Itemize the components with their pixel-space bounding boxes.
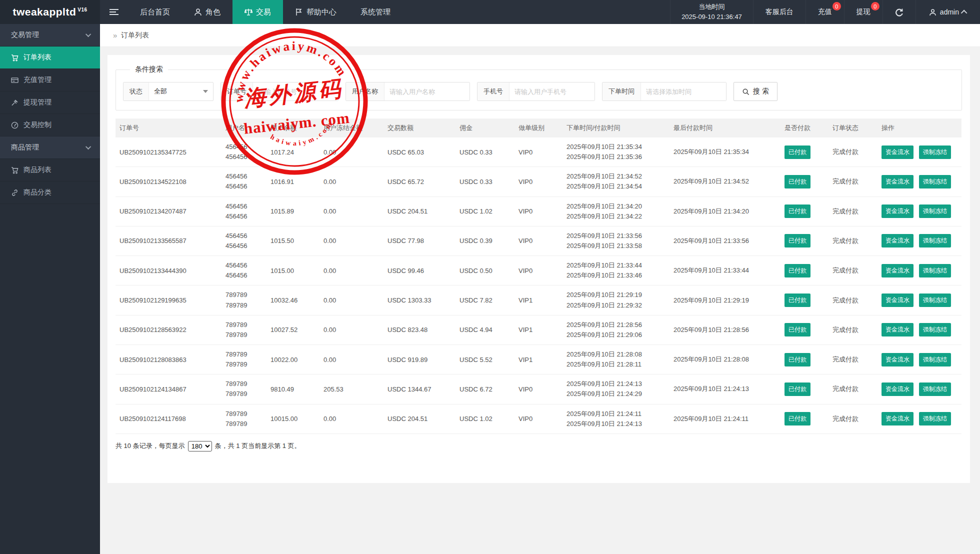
cell-commission: USDC 6.72 [456, 374, 514, 404]
username-line1: 456456 [226, 260, 262, 270]
username-input[interactable] [384, 82, 470, 100]
sidebar-item-label: 商品列表 [24, 166, 52, 174]
recharge-link[interactable]: 充值 0 [806, 0, 844, 24]
status-select[interactable]: 全部 [149, 82, 213, 100]
cell-order-pay-time: 2025年09月10日 21:24:11 2025年09月10日 21:24:1… [562, 404, 670, 434]
username-line1: 456456 [226, 142, 262, 152]
nav-help-label: 帮助中心 [306, 8, 336, 17]
search-panel: 条件搜索 状态 全部 订单号 用户名称 手机号 下单 [116, 65, 962, 110]
fund-flow-button[interactable]: 资金流水 [882, 412, 914, 426]
cell-amount: USDC 99.46 [384, 256, 456, 286]
cell-frozen: 0.00 [320, 138, 384, 167]
force-freeze-button[interactable]: 强制冻结 [919, 353, 951, 366]
flag-icon [295, 8, 303, 16]
page-size-select[interactable]: 180 [188, 441, 212, 452]
sidebar-item-product-category[interactable]: 商品分类 [0, 182, 100, 204]
fund-flow-button[interactable]: 资金流水 [882, 353, 914, 366]
cell-last-pay-time: 2025年09月10日 21:33:44 [670, 256, 780, 286]
fund-flow-button[interactable]: 资金流水 [882, 204, 914, 218]
table-row: UB2509102133444390 456456 456456 1015.00… [116, 256, 962, 286]
nav-system[interactable]: 系统管理 [348, 0, 402, 24]
refresh-button[interactable] [882, 0, 916, 24]
col-amount: 交易数额 [384, 118, 456, 138]
cell-status: 完成付款 [828, 286, 878, 315]
sidebar: 交易管理 订单列表 充值管理 提现管理 交易控制 商品管理 商品列表 商品分类 [0, 24, 100, 554]
service-backend-link[interactable]: 客服后台 [753, 0, 806, 24]
sidebar-item-order-list[interactable]: 订单列表 [0, 46, 100, 69]
col-username: 用户名 [222, 118, 266, 138]
force-freeze-button[interactable]: 强制冻结 [919, 412, 951, 426]
paid-badge: 已付款 [784, 146, 810, 159]
sidebar-item-label: 订单列表 [24, 53, 52, 62]
force-freeze-button[interactable]: 强制冻结 [919, 175, 951, 188]
force-freeze-button[interactable]: 强制冻结 [919, 146, 951, 159]
cell-commission: USDC 4.94 [456, 315, 514, 344]
cell-balance: 10022.00 [266, 344, 320, 374]
nav-trade[interactable]: 交易 [232, 0, 283, 24]
sidebar-item-recharge-management[interactable]: 充值管理 [0, 69, 100, 92]
cell-frozen: 205.53 [320, 374, 384, 404]
fund-flow-button[interactable]: 资金流水 [882, 382, 914, 396]
username-line2: 456456 [226, 241, 262, 251]
table-row: UB2509102133565587 456456 456456 1015.50… [116, 226, 962, 256]
username-line2: 456456 [226, 182, 262, 192]
fund-flow-button[interactable]: 资金流水 [882, 234, 914, 248]
cell-username: 456456 456456 [222, 138, 266, 167]
cell-actions: 资金流水 强制冻结 [878, 196, 962, 226]
order-no-input[interactable] [253, 82, 338, 100]
force-freeze-button[interactable]: 强制冻结 [919, 294, 951, 307]
cell-status: 完成付款 [828, 404, 878, 434]
sidebar-item-product-list[interactable]: 商品列表 [0, 159, 100, 182]
table-row: UB2509102124134867 789789 789789 9810.49… [116, 374, 962, 404]
cell-last-pay-time: 2025年09月10日 21:34:52 [670, 167, 780, 196]
cell-order-no: UB2509102129199635 [116, 286, 222, 315]
cell-order-no: UB2509102128083863 [116, 344, 222, 374]
sidebar-group-trade-management[interactable]: 交易管理 [0, 24, 100, 46]
username-line1: 789789 [226, 320, 262, 330]
cell-status: 完成付款 [828, 167, 878, 196]
fund-flow-button[interactable]: 资金流水 [882, 146, 914, 159]
search-panel-title: 条件搜索 [130, 65, 168, 74]
fund-flow-button[interactable]: 资金流水 [882, 264, 914, 278]
cell-order-pay-time: 2025年09月10日 21:33:56 2025年09月10日 21:33:5… [562, 226, 670, 256]
search-button[interactable]: 搜 索 [734, 82, 778, 101]
nav-roles[interactable]: 角色 [182, 0, 232, 24]
sidebar-item-trade-control[interactable]: 交易控制 [0, 114, 100, 136]
pay-time: 2025年09月10日 21:24:29 [566, 389, 666, 399]
cell-amount: USDC 919.89 [384, 344, 456, 374]
pay-time: 2025年09月10日 21:28:11 [566, 360, 666, 370]
cell-order-pay-time: 2025年09月10日 21:24:13 2025年09月10日 21:24:2… [562, 374, 670, 404]
fund-flow-button[interactable]: 资金流水 [882, 294, 914, 307]
cell-last-pay-time: 2025年09月10日 21:24:11 [670, 404, 780, 434]
cell-balance: 10015.00 [266, 404, 320, 434]
force-freeze-button[interactable]: 强制冻结 [919, 323, 951, 336]
phone-input[interactable] [510, 82, 594, 100]
nav-help-center[interactable]: 帮助中心 [283, 0, 348, 24]
force-freeze-button[interactable]: 强制冻结 [919, 234, 951, 248]
username-line2: 456456 [226, 270, 262, 280]
fund-flow-button[interactable]: 资金流水 [882, 175, 914, 188]
sidebar-item-withdraw-management[interactable]: 提现管理 [0, 92, 100, 114]
cart-icon [11, 166, 18, 174]
force-freeze-button[interactable]: 强制冻结 [919, 204, 951, 218]
cell-paid: 已付款 [780, 344, 828, 374]
pay-time: 2025年09月10日 21:29:06 [566, 330, 666, 340]
withdraw-link[interactable]: 提现 0 [844, 0, 882, 24]
cell-frozen: 0.00 [320, 404, 384, 434]
nav-home[interactable]: 后台首页 [128, 0, 182, 24]
order-time-input[interactable] [641, 82, 726, 100]
cell-paid: 已付款 [780, 167, 828, 196]
force-freeze-button[interactable]: 强制冻结 [919, 382, 951, 396]
cell-status: 完成付款 [828, 344, 878, 374]
cell-level: VIP0 [514, 196, 562, 226]
force-freeze-button[interactable]: 强制冻结 [919, 264, 951, 278]
order-time: 2025年09月10日 21:34:52 [566, 172, 666, 182]
phone-label: 手机号 [478, 82, 510, 100]
fund-flow-button[interactable]: 资金流水 [882, 323, 914, 336]
breadcrumb-arrows-icon: » [113, 31, 117, 40]
cell-paid: 已付款 [780, 404, 828, 434]
user-menu[interactable]: admin [916, 0, 980, 24]
sidebar-group-product-management[interactable]: 商品管理 [0, 136, 100, 159]
cell-balance: 1015.89 [266, 196, 320, 226]
menu-toggle-button[interactable] [100, 0, 128, 24]
